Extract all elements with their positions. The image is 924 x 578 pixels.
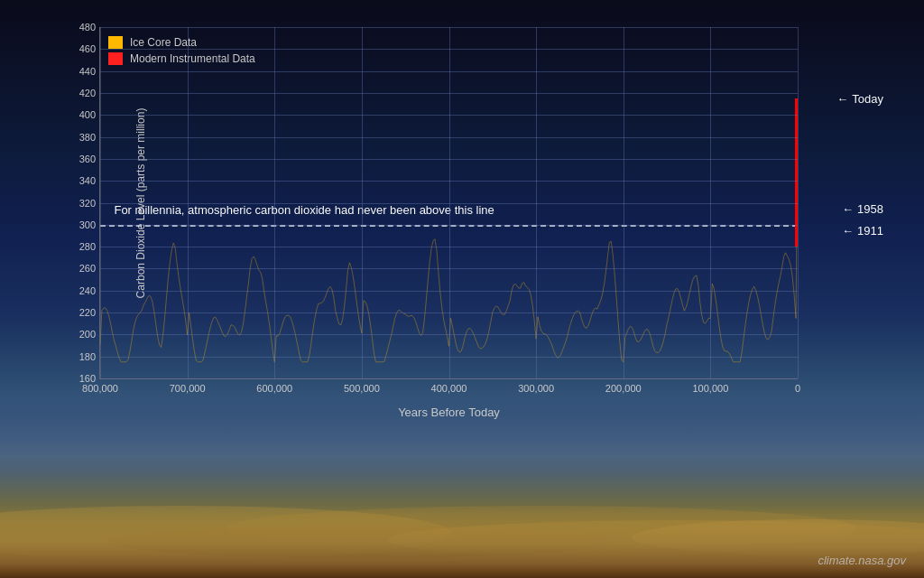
y-label-360: 360 [79,154,96,164]
grid-line-v-500000 [362,27,363,378]
y-label-380: 380 [79,132,96,143]
y-label-420: 420 [79,88,96,98]
y-label-300: 300 [79,219,96,230]
x-label-600000: 600,000 [256,383,292,394]
nasa-credit: climate.nasa.gov [818,554,906,567]
grid-line-v-800000 [100,27,101,378]
y-label-220: 220 [79,307,96,318]
reference-line-label: For millennia, atmospheric carbon dioxid… [114,203,494,217]
x-label-700000: 700,000 [170,383,206,394]
chart-container: Ice Core Data Modern Instrumental Data C… [36,27,888,434]
x-label-100000: 100,000 [692,383,728,394]
annotation-1911: ← 1911 [842,223,883,237]
grid-line-v-100000 [710,27,711,378]
chart-area: Carbon Dioxide Level (parts per million)… [99,27,798,379]
x-label-400000: 400,000 [431,383,467,394]
y-label-280: 280 [79,241,96,252]
x-label-800000: 800,000 [82,383,118,394]
y-label-440: 440 [79,66,96,77]
x-label-200000: 200,000 [605,383,642,394]
grid-line-h-160 [100,378,798,379]
y-label-400: 400 [79,109,96,120]
annotation-1958: ← 1958 [842,201,883,215]
label-today: Today [852,92,883,106]
grid-line-v-200000 [624,27,624,378]
y-label-340: 340 [79,175,96,186]
y-label-260: 260 [79,263,96,274]
x-label-500000: 500,000 [344,383,380,394]
grid-line-v-300000 [536,27,537,378]
arrow-1958: ← [842,201,854,215]
annotation-today: ← Today [836,92,883,106]
y-label-480: 480 [79,22,96,33]
grid-line-v-400000 [449,27,450,378]
y-label-320: 320 [79,198,96,209]
grid-line-v-700000 [188,27,189,378]
grid-line-v-0 [798,27,799,378]
x-label-0: 0 [795,383,800,394]
y-label-460: 460 [79,43,96,54]
label-1911: 1911 [857,223,883,237]
arrow-today: ← [836,92,848,106]
y-label-240: 240 [79,285,96,296]
x-axis-title: Years Before Today [398,406,500,419]
x-label-300000: 300,000 [518,383,554,394]
y-label-200: 200 [79,329,96,340]
arrow-1911: ← [842,223,854,237]
label-1958: 1958 [857,201,883,215]
grid-line-v-600000 [274,27,275,378]
y-label-180: 180 [79,351,96,362]
